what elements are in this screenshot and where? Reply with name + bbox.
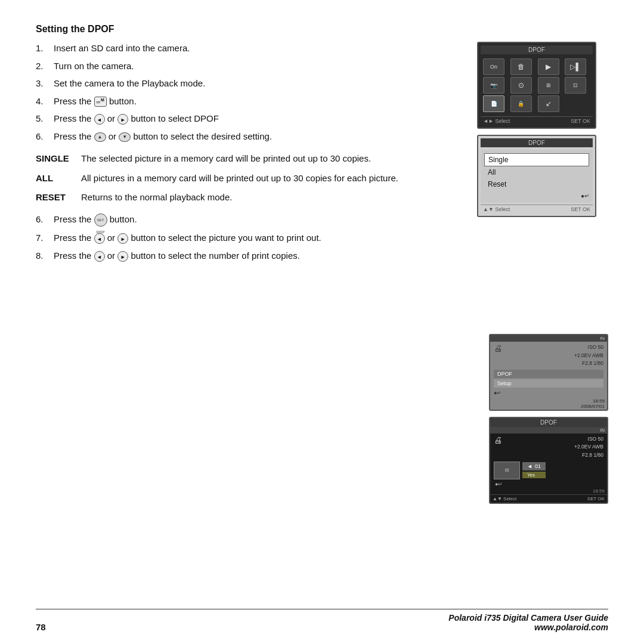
- step-7-num: 7.: [36, 231, 49, 245]
- step-1-text: Insert an SD card into the camera.: [54, 42, 465, 55]
- step-6b-text: Press the SETDISP button.: [54, 213, 465, 227]
- screen-2-dpof-menu: DPOF Single All Reset ●↵ ▲▼ Select SET O…: [477, 135, 596, 217]
- footer: 78 Polaroid i735 Digital Camera User Gui…: [36, 609, 608, 632]
- screen-4-print-count: DPOF IN 🖨 ISO 50 +2.0EV AWB F2.8 1/80 🖼 …: [489, 417, 608, 504]
- section-title: Setting the DPOF: [36, 24, 608, 35]
- screen-1-ok-label: SET OK: [571, 118, 590, 124]
- step-5: 5. Press the ◄ or ► button to select DPO…: [36, 112, 465, 126]
- icon-print-selected: 📄: [483, 95, 504, 112]
- step-4: 4. Press the ═M button.: [36, 95, 465, 109]
- step-6-num: 6.: [36, 130, 49, 144]
- def-reset-desc: Returns to the normal playback mode.: [81, 191, 465, 205]
- screen-1-select-label: ◄► Select: [483, 118, 510, 124]
- def-single: SINGLE The selected picture in a memory …: [36, 152, 465, 166]
- screen-2-bottom: ▲▼ Select SET OK: [481, 205, 593, 213]
- footer-page-num: 78: [36, 622, 46, 632]
- footer-brand-area: Polaroid i735 Digital Camera User Guide …: [448, 613, 608, 632]
- screen-1-bottom: ◄► Select SET OK: [481, 116, 593, 125]
- step-4-text: Press the ═M button.: [54, 95, 465, 109]
- step-6b: 6. Press the SETDISP button.: [36, 213, 465, 227]
- or-text-2: or: [109, 131, 116, 141]
- screen-4-main: 🖨 ISO 50 +2.0EV AWB F2.8 1/80: [490, 434, 607, 462]
- def-all: ALL All pictures in a memory card will b…: [36, 172, 465, 185]
- left-nav-icon: ◄: [94, 114, 105, 125]
- footer-url: www.polaroid.com: [448, 623, 608, 632]
- screen-4-timestamp: 18:59: [490, 488, 607, 494]
- def-single-term: SINGLE: [36, 152, 72, 166]
- step-8-num: 8.: [36, 249, 49, 263]
- def-all-desc: All pictures in a memory card will be pr…: [81, 172, 465, 185]
- set-disp-button-icon: SETDISP: [94, 213, 107, 227]
- icon-settings: ⊙: [510, 77, 532, 94]
- right-nav3-icon: ►: [117, 251, 128, 262]
- screen-4-ok-label: SET OK: [587, 496, 605, 501]
- step-5-num: 5.: [36, 112, 49, 126]
- step-8: 8. Press the ◄ or ► button to select the…: [36, 249, 465, 263]
- def-all-term: ALL: [36, 172, 72, 185]
- screen-3-menu: DPOF Setup ●↵: [490, 370, 607, 398]
- menu-item-reset: Reset: [484, 178, 589, 190]
- icon-forward: ▷▌: [565, 58, 586, 75]
- def-reset-term: RESET: [36, 191, 72, 205]
- right-screens-col: DPOF On 🗑 ▶ ▷▌ 📷 ⊙ ⊞ ⊡ 📄 🔒 ↙: [477, 42, 608, 268]
- screen-4-title: DPOF: [490, 418, 607, 427]
- step-1: 1. Insert an SD card into the camera.: [36, 42, 465, 55]
- screen-3-ev: +2.0EV AWB: [574, 352, 603, 360]
- def-single-desc: The selected picture in a memory card wi…: [81, 152, 465, 166]
- screen-4-ev: +2.0EV AWB: [574, 443, 603, 451]
- step-2-text: Turn on the camera.: [54, 60, 465, 73]
- screen-1-dpof-icons: DPOF On 🗑 ▶ ▷▌ 📷 ⊙ ⊞ ⊡ 📄 🔒 ↙: [477, 42, 596, 129]
- screen-3-info: ISO 50 +2.0EV AWB F2.8 1/80: [574, 343, 603, 368]
- screen-3-fv: F2.8 1/80: [574, 360, 603, 368]
- screen-4-bottom: ▲▼ Select SET OK: [490, 494, 607, 503]
- screen-3-main: 🖨 ISO 50 +2.0EV AWB F2.8 1/80: [490, 342, 607, 370]
- menu-item-all: All: [484, 166, 589, 178]
- menu-back-icon: ●↵: [484, 193, 589, 199]
- left-col: 1. Insert an SD card into the camera. 2.…: [36, 42, 465, 268]
- icon-cut: ↙: [538, 95, 559, 112]
- icon-photo: 📷: [483, 77, 504, 94]
- step-3: 3. Set the camera to the Playback mode.: [36, 77, 465, 91]
- step-4-num: 4.: [36, 95, 49, 109]
- icon-delete: 🗑: [510, 58, 532, 75]
- or-text-1: or: [107, 113, 115, 123]
- def-reset: RESET Returns to the normal playback mod…: [36, 191, 465, 205]
- screen-3-back-icon: ●↵: [494, 389, 603, 396]
- screen-3-dpof-item: DPOF: [494, 370, 603, 378]
- step-8-text: Press the ◄ or ► button to select the nu…: [54, 249, 465, 263]
- screen-2-select-label: ▲▼ Select: [483, 206, 510, 212]
- up-nav-icon: ▲: [94, 132, 106, 142]
- icon-on: On: [483, 58, 504, 75]
- icon-grid2: ⊡: [565, 77, 586, 94]
- screen-4-count-box: ◄ 01: [522, 462, 546, 470]
- screen-3-playback: IN 🖨 ISO 50 +2.0EV AWB F2.8 1/80 DPOF Se…: [489, 334, 608, 411]
- page: Setting the DPOF 1. Insert an SD card in…: [0, 0, 644, 644]
- screen-3-printer-icon: 🖨: [494, 343, 502, 368]
- screen-4-select-label: ▲▼ Select: [493, 496, 516, 501]
- step-list: 1. Insert an SD card into the camera. 2.…: [36, 42, 465, 143]
- step-6b-num: 6.: [36, 213, 49, 227]
- footer-brand: Polaroid i735 Digital Camera User Guide: [448, 613, 608, 623]
- icon-protect: 🔒: [510, 95, 532, 112]
- screen-4-count-row: 🖼 ◄ 01 Yes: [490, 462, 607, 481]
- step-2-num: 2.: [36, 60, 49, 73]
- screen-3-iso: ISO 50: [574, 343, 603, 352]
- screen-2-body: Single All Reset ●↵: [481, 150, 593, 203]
- step-3-text: Set the camera to the Playback mode.: [54, 77, 465, 91]
- screen-4-info: ISO 50 +2.0EV AWB F2.8 1/80: [574, 435, 603, 460]
- main-content: 1. Insert an SD card into the camera. 2.…: [36, 42, 608, 268]
- step-5-text: Press the ◄ or ► button to select DPOF: [54, 112, 465, 126]
- icon-play: ▶: [538, 58, 559, 75]
- screen-1-title: DPOF: [481, 45, 593, 54]
- lower-right-screens: IN 🖨 ISO 50 +2.0EV AWB F2.8 1/80 DPOF Se…: [489, 334, 608, 504]
- screen-4-printer-icon: 🖨: [494, 435, 502, 460]
- step-6-text: Press the ▲ or ▼ button to select the de…: [54, 130, 465, 144]
- screen-4-back-icon: ●↵: [490, 481, 607, 488]
- step-3-num: 3.: [36, 77, 49, 91]
- screen-1-grid: On 🗑 ▶ ▷▌ 📷 ⊙ ⊞ ⊡ 📄 🔒 ↙: [481, 56, 593, 114]
- down-nav-icon: ▼: [119, 132, 131, 142]
- screen-2-ok-label: SET OK: [571, 206, 590, 212]
- right-nav2-icon: ►: [117, 233, 128, 244]
- screen-4-yes-label: Yes: [522, 472, 546, 478]
- m-button-icon: ═M: [94, 97, 107, 107]
